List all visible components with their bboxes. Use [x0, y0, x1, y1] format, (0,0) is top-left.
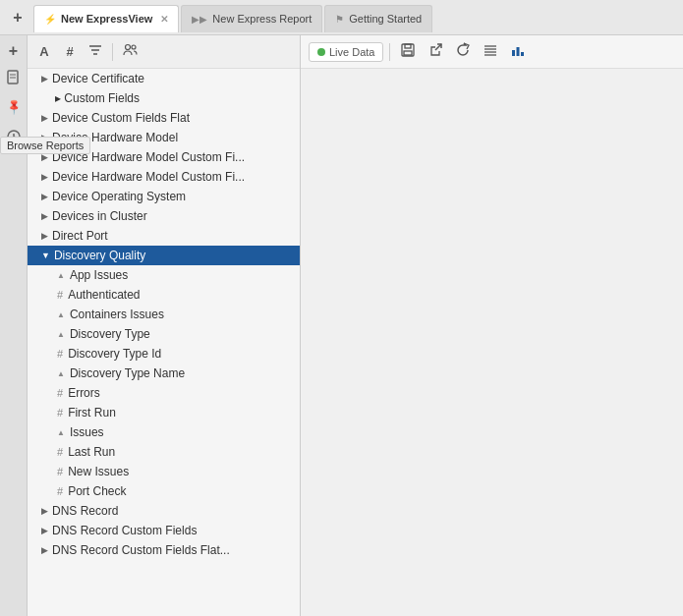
- export-icon: [427, 42, 443, 61]
- hash-icon: #: [66, 44, 73, 59]
- text-filter-button[interactable]: A: [33, 41, 55, 63]
- tree-item-issues[interactable]: ▲Issues: [28, 422, 300, 442]
- toolbar-separator: [112, 43, 113, 61]
- tree-item-dns-record-custom-fields[interactable]: ▶DNS Record Custom Fields: [28, 521, 300, 540]
- content-main: [301, 69, 683, 616]
- tree-item-discovery-type-name[interactable]: ▲Discovery Type Name: [28, 364, 300, 383]
- list-view-button[interactable]: [479, 40, 502, 64]
- svg-line-14: [435, 44, 441, 50]
- tree-item-dns-record[interactable]: ▶DNS Record: [28, 501, 300, 521]
- tree-panel: A # ▶Device Certificate▸ Cu: [28, 35, 301, 616]
- save-icon: [400, 42, 416, 61]
- tree-item-label: Direct Port: [52, 229, 108, 243]
- tree-item-first-run[interactable]: #First Run: [28, 403, 300, 422]
- tree-item-label: App Issues: [70, 268, 128, 282]
- tree-item-device-certificate[interactable]: ▶Device Certificate: [28, 69, 300, 88]
- tree-item-errors[interactable]: #Errors: [28, 383, 300, 403]
- svg-rect-21: [521, 52, 524, 56]
- tree-item-label: First Run: [68, 406, 116, 420]
- tab-close-icon[interactable]: ✕: [160, 14, 168, 25]
- tree-item-authenticated[interactable]: #Authenticated: [28, 285, 300, 305]
- tab-getting-started[interactable]: ⚑ Getting Started: [324, 5, 432, 32]
- list-icon: [483, 42, 498, 61]
- tree-item-label: DNS Record Custom Fields Flat...: [52, 543, 230, 557]
- live-data-button[interactable]: Live Data: [309, 42, 383, 62]
- chart-icon: [510, 42, 526, 61]
- svg-point-9: [125, 45, 130, 50]
- tab-label: New Express Report: [212, 13, 312, 25]
- svg-rect-13: [404, 51, 412, 55]
- filter-button[interactable]: [85, 41, 106, 63]
- svg-point-10: [132, 45, 136, 49]
- main-layout: + 📌 Browse Reports A: [0, 35, 683, 616]
- sidebar-icon-panel: + 📌 Browse Reports: [0, 35, 28, 616]
- tab-label: Getting Started: [349, 13, 422, 25]
- tree-item-dns-record-custom-fields-flat[interactable]: ▶DNS Record Custom Fields Flat...: [28, 540, 300, 560]
- add-tab-button[interactable]: +: [4, 4, 31, 31]
- triangle-type-icon: ▲: [57, 369, 65, 378]
- chart-button[interactable]: [506, 40, 530, 64]
- tab-new-express-report[interactable]: ▶▶ New Express Report: [181, 5, 322, 32]
- hash-type-icon: #: [57, 446, 63, 458]
- hash-type-icon: #: [57, 407, 63, 419]
- tree-item-label: DNS Record Custom Fields: [52, 524, 197, 537]
- toolbar-sep-1: [389, 43, 390, 61]
- doc-icon: [7, 70, 21, 88]
- tree-arrow-icon: ▶: [41, 192, 48, 201]
- hash-type-icon: #: [57, 387, 63, 399]
- tree-item-label: Authenticated: [68, 288, 140, 302]
- tab-bar: + ⚡ New ExpressView ✕ ▶▶ New Express Rep…: [0, 0, 683, 35]
- tree-item-label: Device Certificate: [52, 72, 144, 85]
- svg-rect-12: [405, 44, 411, 48]
- tree-item-label: Errors: [68, 386, 100, 400]
- tree-item-devices-in-cluster[interactable]: ▶Devices in Cluster: [28, 206, 300, 226]
- tree-item-device-custom-fields-flat[interactable]: ▶Device Custom Fields Flat: [28, 108, 300, 128]
- tree-item-discovery-quality[interactable]: ▼Discovery Quality: [28, 246, 300, 265]
- tree-item-direct-port[interactable]: ▶Direct Port: [28, 226, 300, 246]
- tree-item-device-operating-system[interactable]: ▶Device Operating System: [28, 187, 300, 206]
- tree-arrow-icon: ▶: [41, 231, 48, 241]
- people-button[interactable]: [119, 41, 141, 63]
- tree-arrow-icon: ▶: [41, 113, 48, 123]
- tab-label: New ExpressView: [61, 13, 152, 25]
- flag-icon: ⚑: [335, 14, 344, 25]
- tree-item-label: Device Custom Fields Flat: [52, 111, 190, 125]
- hash-type-icon: #: [57, 466, 63, 477]
- tree-item-device-hardware-model-custom-fi-2[interactable]: ▶Device Hardware Model Custom Fi...: [28, 167, 300, 187]
- tree-item-label: Last Run: [68, 445, 115, 459]
- tree-item-discovery-type-id[interactable]: #Discovery Type Id: [28, 344, 300, 364]
- tree-item-label: Device Operating System: [52, 190, 186, 203]
- tab-new-expressview[interactable]: ⚡ New ExpressView ✕: [33, 5, 179, 32]
- triangle-type-icon: ▲: [57, 330, 65, 339]
- live-data-label: Live Data: [329, 46, 374, 58]
- export-button[interactable]: [424, 40, 447, 64]
- tree-item-label: Port Check: [68, 484, 126, 498]
- tree-item-new-issues[interactable]: #New Issues: [28, 462, 300, 481]
- svg-rect-19: [512, 50, 515, 56]
- tree-item-label: Discovery Quality: [54, 249, 145, 262]
- tree-item-label: New Issues: [68, 465, 129, 478]
- document-button[interactable]: [2, 67, 26, 90]
- tree-arrow-icon: ▶: [41, 74, 48, 84]
- new-button[interactable]: +: [2, 39, 26, 63]
- tree-item-app-issues[interactable]: ▲App Issues: [28, 265, 300, 285]
- triangle-type-icon: ▲: [57, 428, 65, 437]
- refresh-button[interactable]: [451, 40, 475, 64]
- hash-type-icon: #: [57, 289, 63, 301]
- tree-item-label: Discovery Type: [70, 327, 150, 341]
- save-button[interactable]: [396, 40, 420, 64]
- tree-arrow-icon: ▶: [41, 526, 48, 535]
- tree-arrow-icon: ▶: [41, 211, 48, 221]
- tree-item-containers-issues[interactable]: ▲Containers Issues: [28, 305, 300, 324]
- forward-icon: ▶▶: [192, 14, 207, 25]
- tree-arrow-icon: ▶: [41, 506, 48, 516]
- hash-filter-button[interactable]: #: [59, 41, 81, 63]
- tree-item-last-run[interactable]: #Last Run: [28, 442, 300, 462]
- tree-item-device-custom-fields[interactable]: ▸ Custom Fields: [28, 88, 300, 108]
- filter-icon: [88, 43, 102, 60]
- pin-button[interactable]: 📌: [2, 94, 26, 118]
- tree-toolbar: A #: [28, 35, 300, 69]
- tree-item-discovery-type[interactable]: ▲Discovery Type: [28, 324, 300, 344]
- tree-item-port-check[interactable]: #Port Check: [28, 481, 300, 501]
- text-icon: A: [39, 44, 48, 59]
